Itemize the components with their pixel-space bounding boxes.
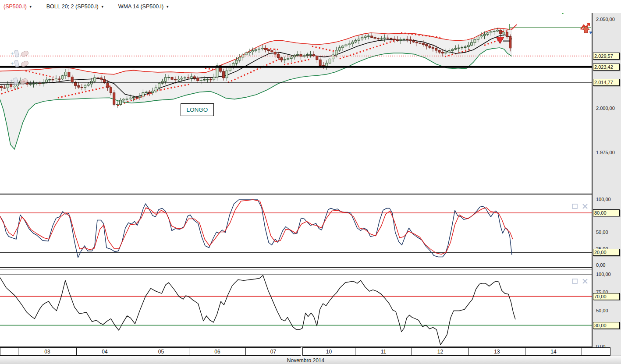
indicator-wma-selector[interactable]: WMA 14 (SP500.I) ▼ — [108, 4, 169, 10]
stoch-axis-label: 0,00 — [596, 262, 605, 268]
date-cell-gap — [582, 347, 610, 356]
trading-chart-window: { "header": { "instrument": "(SP500.I)",… — [0, 0, 621, 364]
date-cell-11: 11 — [355, 347, 412, 356]
date-cell-04: 04 — [76, 347, 133, 356]
price-axis-label: 2.050,00 — [596, 17, 615, 22]
month-axis: Novembro 2014 — [0, 356, 621, 364]
price-value-box[interactable]: 2.014,77 — [593, 79, 620, 86]
stoch-value-box[interactable]: 80,00 — [593, 209, 620, 216]
rsi-value-box[interactable]: 30,00 — [593, 322, 620, 329]
date-cell-03: 03 — [18, 347, 76, 356]
longo-annotation[interactable]: LONGO — [181, 103, 214, 116]
date-cell-13: 13 — [468, 347, 525, 356]
stoch-axis-label: 50,00 — [596, 230, 608, 235]
stoch-axis-label: 100,00 — [596, 197, 611, 202]
axis-divider — [592, 13, 593, 356]
chevron-down-icon: ▼ — [29, 5, 32, 9]
date-cell-06: 06 — [189, 347, 245, 356]
rsi-value-box[interactable]: 70,00 — [593, 293, 620, 300]
chevron-down-icon: ▼ — [166, 5, 169, 9]
main-chart-panel[interactable] — [0, 13, 592, 194]
price-value-box[interactable]: 2.029,57 — [593, 53, 620, 60]
rsi-axis-label: 100,00 — [596, 272, 611, 277]
stochastic-panel[interactable] — [0, 195, 592, 267]
date-cell-10: 10 — [302, 347, 355, 356]
instrument-label: (SP500.I) — [4, 4, 27, 10]
chart-header: (SP500.I) ▼ BOLL 20; 2 (SP500.I) ▼ WMA 1… — [0, 0, 621, 13]
indicator-boll-label: BOLL 20; 2 (SP500.I) — [46, 4, 99, 10]
date-cell-07: 07 — [245, 347, 301, 356]
date-cell-gap — [0, 347, 18, 356]
rsi-axis-label: 50,00 — [596, 308, 608, 313]
chevron-down-icon: ▼ — [101, 5, 104, 9]
date-cell-05: 05 — [133, 347, 189, 356]
date-cell-14: 14 — [525, 347, 582, 356]
indicator-wma-label: WMA 14 (SP500.I) — [118, 4, 164, 10]
month-label: Novembro 2014 — [287, 357, 324, 364]
longo-label: LONGO — [187, 106, 208, 113]
price-axis-label: 1.975,00 — [596, 150, 615, 155]
instrument-selector[interactable]: (SP500.I) ▼ — [4, 4, 32, 10]
price-axis-label: 2.000,00 — [596, 106, 615, 111]
rsi-panel[interactable] — [0, 268, 592, 347]
price-value-box[interactable]: 2.023,42 — [593, 64, 620, 71]
indicator-boll-selector[interactable]: BOLL 20; 2 (SP500.I) ▼ — [36, 4, 104, 10]
stoch-value-box[interactable]: 20,00 — [593, 249, 620, 256]
date-cell-12: 12 — [412, 347, 468, 356]
